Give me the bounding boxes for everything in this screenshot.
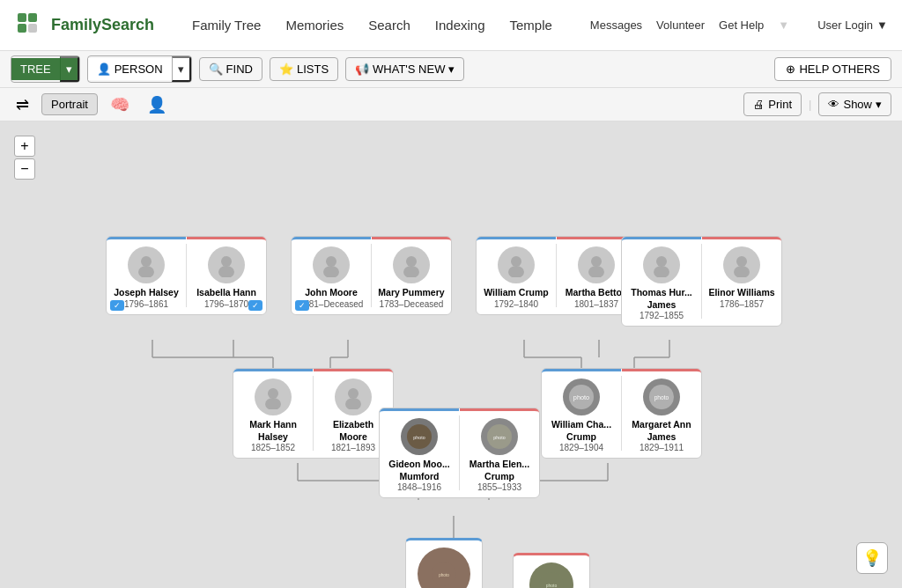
person-gideon-mumford[interactable]: photo Gideon Moo... Mumford 1848–1916 [380, 408, 459, 497]
hint-bulb-button[interactable]: 💡 [856, 542, 888, 574]
svg-point-28 [221, 256, 232, 267]
person-william-crump-jr[interactable]: photo William Cha... Crump 1829–1904 [542, 369, 621, 458]
elinor-dates: 1786–1857 [720, 299, 764, 309]
lists-button[interactable]: ⭐ LISTS [270, 57, 338, 81]
svg-text:photo: photo [493, 435, 505, 440]
zoom-in-button[interactable]: + [14, 136, 35, 157]
get-help-link[interactable]: Get Help [719, 18, 764, 32]
dropdown-arrow-icon: ▼ [876, 18, 888, 32]
messages-link[interactable]: Messages [590, 18, 642, 32]
connector-lines [0, 121, 902, 588]
tree-canvas: + − [0, 121, 902, 588]
nav-memories[interactable]: Memories [285, 18, 344, 33]
show-icon: 👁 [828, 98, 839, 111]
toolbar-right: ⊕ HELP OTHERS [774, 57, 891, 81]
svg-point-27 [138, 266, 154, 277]
svg-point-33 [403, 266, 419, 277]
person-elinor-williams[interactable]: Elinor Williams 1786–1857 [702, 237, 781, 326]
person-mark-halsey[interactable]: Mark Hann Halsey 1825–1852 [233, 369, 313, 458]
person-john-moore[interactable]: John Moore 1781–Deceased ✓ [292, 237, 371, 314]
tree-dropdown-arrow[interactable]: ▾ [60, 56, 79, 82]
elizabeth-avatar [335, 379, 372, 415]
svg-text:photo: photo [413, 435, 425, 440]
tree-button[interactable]: TREE [11, 58, 60, 80]
mary-dates: 1783–Deceased [380, 299, 444, 309]
mark-dates: 1825–1852 [251, 443, 295, 452]
person-mary-pummery[interactable]: Mary Pummery 1783–Deceased [372, 237, 451, 314]
svg-point-42 [268, 388, 278, 399]
svg-text:photo: photo [546, 583, 558, 588]
person-dropdown-arrow[interactable]: ▾ [172, 56, 191, 82]
view-toolbar-left: ⇌ Portrait 🧠 👤 [11, 93, 172, 116]
person-martha-crump[interactable]: photo Martha Elen... Crump 1855–1933 [460, 408, 539, 497]
isabella-record-icon[interactable]: ✓ [248, 300, 262, 311]
gideon-avatar: photo [401, 418, 438, 455]
person-isabella-hann[interactable]: Isabella Hann 1796–1870 ✓ [187, 237, 266, 314]
tree-layout-icon[interactable]: ⇌ [11, 93, 34, 116]
mary-avatar [393, 246, 430, 283]
nav-family-tree[interactable]: Family Tree [192, 18, 261, 33]
thomas-avatar [643, 246, 680, 283]
svg-point-37 [588, 266, 604, 277]
margaret-avatar: photo [643, 379, 680, 415]
brain-icon[interactable]: 🧠 [105, 93, 135, 116]
person-victor-mumford[interactable]: photo Victor Emanuel Mumford 1885–1973 [405, 538, 483, 588]
svg-point-41 [734, 266, 750, 277]
svg-rect-2 [18, 24, 26, 33]
martha-betton-dates: 1801–1837 [574, 299, 618, 309]
thomas-name: Thomas Hur... James [627, 287, 696, 311]
person-icon: 👤 [97, 62, 111, 76]
show-button[interactable]: 👁 Show ▾ [818, 92, 891, 116]
svg-point-32 [406, 256, 417, 267]
william-sr-name: William Crump [484, 287, 548, 299]
martha-crump-avatar: photo [481, 418, 518, 455]
joseph-avatar [128, 246, 165, 283]
find-button[interactable]: 🔍 FIND [199, 57, 262, 81]
person-catherine-neff[interactable]: photo Catherine B... Neff 1885–1972 ✓ [513, 553, 590, 588]
margaret-name: Margaret Ann James [627, 419, 696, 443]
nav-search[interactable]: Search [368, 18, 410, 33]
isabella-dates: 1796–1870 [204, 299, 248, 309]
svg-text:photo: photo [439, 573, 449, 577]
person-thomas-james[interactable]: Thomas Hur... James 1792–1855 [622, 237, 701, 326]
person-joseph-halsey[interactable]: Joseph Halsey 1796–1861 ✓ [107, 237, 186, 314]
margaret-dates: 1829–1911 [640, 443, 684, 452]
person-settings-icon[interactable]: 👤 [142, 93, 172, 116]
svg-point-45 [345, 398, 361, 409]
person-margaret-james[interactable]: photo Margaret Ann James 1829–1911 [622, 369, 701, 458]
elinor-avatar [723, 246, 760, 283]
print-icon: 🖨 [753, 98, 765, 111]
whats-new-button[interactable]: 📢 WHAT'S NEW ▾ [345, 57, 464, 81]
portrait-view-button[interactable]: Portrait [41, 93, 98, 115]
person-button[interactable]: 👤 PERSON [88, 58, 172, 80]
zoom-out-button[interactable]: − [14, 158, 35, 180]
john-record-icon[interactable]: ✓ [295, 300, 309, 311]
svg-point-38 [656, 256, 667, 267]
svg-point-31 [323, 266, 339, 277]
svg-rect-0 [18, 13, 26, 22]
user-login-button[interactable]: User Login ▼ [817, 18, 888, 32]
thomas-dates: 1792–1855 [640, 311, 684, 320]
help-others-button[interactable]: ⊕ HELP OTHERS [774, 57, 891, 81]
isabella-name: Isabella Hann [196, 287, 256, 299]
nav-temple[interactable]: Temple [510, 18, 552, 33]
william-sr-dates: 1792–1840 [494, 299, 538, 309]
svg-rect-1 [28, 13, 37, 22]
logo[interactable]: FamilySearch [14, 10, 154, 41]
main-navigation: Family Tree Memories Search Indexing Tem… [192, 18, 552, 33]
svg-point-26 [141, 256, 152, 267]
print-button[interactable]: 🖨 Print [743, 92, 802, 116]
zoom-controls: + − [14, 136, 35, 180]
volunteer-link[interactable]: Volunteer [656, 18, 705, 32]
divider: | [809, 98, 811, 111]
isabella-avatar [208, 246, 245, 283]
person-william-crump-sr[interactable]: William Crump 1792–1840 [477, 237, 556, 314]
john-avatar [313, 246, 350, 283]
toolbar-left: TREE ▾ 👤 PERSON ▾ 🔍 FIND ⭐ LISTS 📢 WHAT'… [11, 55, 464, 83]
lightbulb-icon: 💡 [862, 548, 882, 568]
whats-new-icon: 📢 [355, 62, 369, 76]
person-button-group: 👤 PERSON ▾ [87, 55, 192, 83]
couple-william-margaret: photo William Cha... Crump 1829–1904 pho… [541, 368, 702, 459]
nav-indexing[interactable]: Indexing [435, 18, 485, 33]
joseph-record-icon[interactable]: ✓ [110, 300, 124, 311]
